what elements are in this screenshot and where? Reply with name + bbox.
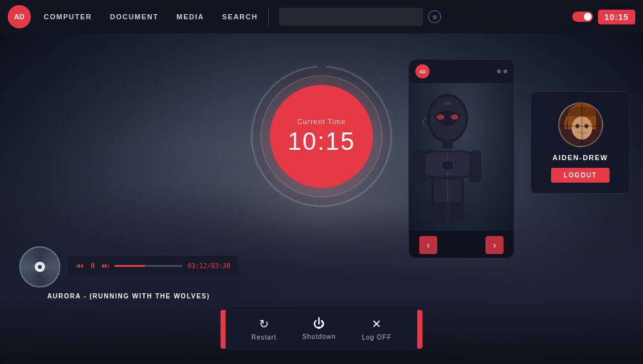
svg-point-3 bbox=[451, 114, 458, 120]
logout-button[interactable]: LOGOUT bbox=[551, 168, 610, 183]
phone-panel: AD bbox=[408, 59, 514, 259]
user-avatar bbox=[558, 102, 603, 147]
clock-time-display: 10:15 bbox=[287, 128, 355, 156]
toggle-switch[interactable] bbox=[572, 12, 593, 22]
progress-fill bbox=[114, 265, 145, 267]
pause-button[interactable]: ⏸ bbox=[89, 261, 96, 270]
clock-outer-ring: Current Time 10:15 bbox=[251, 66, 392, 207]
phone-image bbox=[409, 83, 514, 231]
navbar-clock: 10:15 bbox=[598, 10, 635, 24]
vinyl-disc bbox=[19, 246, 60, 287]
shutdown-button[interactable]: ⏻ Shutdown bbox=[289, 313, 349, 345]
svg-rect-13 bbox=[431, 204, 446, 223]
prev-button[interactable]: ⏮ bbox=[76, 261, 84, 270]
svg-rect-4 bbox=[444, 102, 451, 105]
player-row: ⏮ ⏸ ⏭ 03:12/03:38 bbox=[19, 246, 238, 287]
phone-next-button[interactable]: › bbox=[485, 236, 503, 254]
bottom-panel: ↻ Restart ⏻ Shutdown ✕ Log OFF bbox=[221, 307, 422, 351]
nav-menu: COMPUTER DOCUMENT MEDIA SEARCH bbox=[44, 13, 258, 21]
left-accent bbox=[221, 310, 226, 349]
svg-rect-5 bbox=[442, 141, 453, 149]
username: AIDEN-DREW bbox=[552, 154, 608, 161]
phone-logo: AD bbox=[415, 64, 430, 78]
player-controls-area: ⏮ ⏸ ⏭ 03:12/03:38 bbox=[68, 256, 238, 278]
controls-bar: ⏮ ⏸ ⏭ 03:12/03:38 bbox=[68, 256, 238, 275]
phone-dot-2 bbox=[503, 69, 507, 73]
svg-rect-14 bbox=[449, 204, 464, 223]
clock-inner-ring: Current Time 10:15 bbox=[260, 75, 383, 197]
vinyl-dot bbox=[38, 265, 42, 269]
search-clear-button[interactable]: ⊗ bbox=[428, 10, 441, 23]
shutdown-icon: ⏻ bbox=[313, 317, 325, 331]
time-display: 03:12/03:38 bbox=[188, 262, 230, 269]
action-buttons: ↻ Restart ⏻ Shutdown ✕ Log OFF bbox=[226, 307, 417, 351]
phone-dot-1 bbox=[497, 69, 501, 73]
restart-label: Restart bbox=[251, 334, 276, 341]
track-title: AURORA - (RUNNING WITH THE WOLVES) bbox=[19, 293, 238, 300]
clock-face: Current Time 10:15 bbox=[270, 85, 373, 188]
navbar: AD COMPUTER DOCUMENT MEDIA SEARCH ⊗ 10:1… bbox=[0, 0, 643, 33]
content-area: Current Time 10:15 ⏮ ⏸ ⏭ bbox=[0, 33, 643, 364]
restart-button[interactable]: ↻ Restart bbox=[239, 313, 289, 345]
logoff-label: Log OFF bbox=[362, 334, 392, 341]
svg-rect-8 bbox=[414, 150, 426, 183]
logoff-icon: ✕ bbox=[372, 317, 381, 331]
phone-header: AD bbox=[409, 60, 514, 83]
clock-dot bbox=[317, 64, 326, 73]
nav-divider bbox=[268, 8, 269, 26]
progress-bar[interactable] bbox=[114, 265, 183, 267]
svg-point-7 bbox=[441, 160, 454, 170]
clock-toggle-area: 10:15 bbox=[572, 10, 635, 24]
phone-footer: ‹ › bbox=[409, 231, 514, 259]
right-accent bbox=[417, 310, 422, 349]
clock-label: Current Time bbox=[297, 118, 346, 125]
logoff-button[interactable]: ✕ Log OFF bbox=[349, 313, 404, 345]
nav-search[interactable]: SEARCH bbox=[222, 13, 257, 21]
user-card: AIDEN-DREW LOGOUT bbox=[530, 91, 630, 194]
logo-button[interactable]: AD bbox=[8, 5, 31, 28]
shutdown-label: Shutdown bbox=[302, 333, 336, 340]
clock-widget: Current Time 10:15 bbox=[251, 66, 392, 207]
phone-dots bbox=[497, 69, 507, 73]
nav-media[interactable]: MEDIA bbox=[177, 13, 204, 21]
search-input[interactable] bbox=[279, 8, 423, 26]
svg-rect-9 bbox=[469, 150, 481, 183]
media-player: ⏮ ⏸ ⏭ 03:12/03:38 AURORA - (RUNNING WITH… bbox=[19, 246, 238, 300]
vinyl-center bbox=[35, 262, 45, 272]
next-button[interactable]: ⏭ bbox=[102, 261, 109, 270]
nav-computer[interactable]: COMPUTER bbox=[44, 13, 92, 21]
phone-prev-button[interactable]: ‹ bbox=[419, 236, 437, 254]
robot-figure bbox=[409, 83, 486, 224]
svg-point-2 bbox=[437, 114, 444, 120]
restart-icon: ↻ bbox=[259, 317, 269, 331]
avatar-svg bbox=[559, 104, 603, 147]
nav-document[interactable]: DOCUMENT bbox=[110, 13, 159, 21]
